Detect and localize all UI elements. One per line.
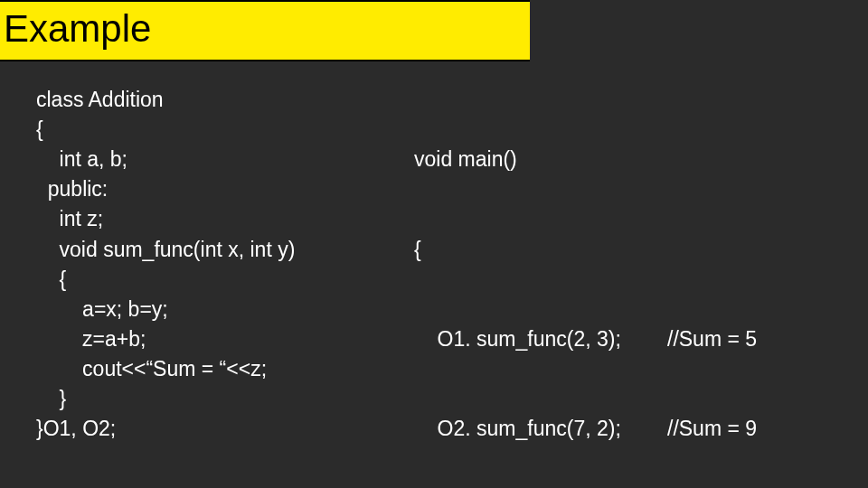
main-call-row-2: O2. sum_func(7, 2); //Sum = 9 <box>414 414 832 444</box>
main-line-1: void main() <box>414 145 832 174</box>
slide-title: Example <box>4 7 151 50</box>
main-call-row-1: O1. sum_func(2, 3); //Sum = 5 <box>414 324 832 354</box>
main-call-1: O1. sum_func(2, 3); <box>414 324 667 354</box>
title-bar: Example <box>0 0 530 61</box>
main-call-2: O2. sum_func(7, 2); <box>414 414 667 444</box>
main-function-block: void main() { O1. sum_func(2, 3); //Sum … <box>414 85 832 488</box>
code-right-column: void main() { O1. sum_func(2, 3); //Sum … <box>398 85 832 488</box>
content-area: class Addition { int a, b; public: int z… <box>0 61 868 488</box>
code-left-column: class Addition { int a, b; public: int z… <box>36 85 398 488</box>
main-comment-2: //Sum = 9 <box>667 414 757 444</box>
main-line-2: { <box>414 235 832 265</box>
main-comment-1: //Sum = 5 <box>667 324 757 354</box>
